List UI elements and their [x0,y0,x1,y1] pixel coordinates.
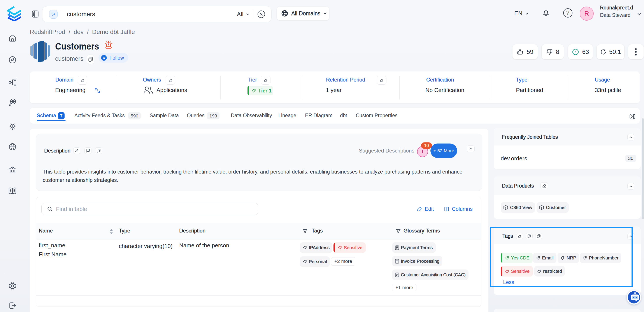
svg-text:?: ? [88,149,88,151]
